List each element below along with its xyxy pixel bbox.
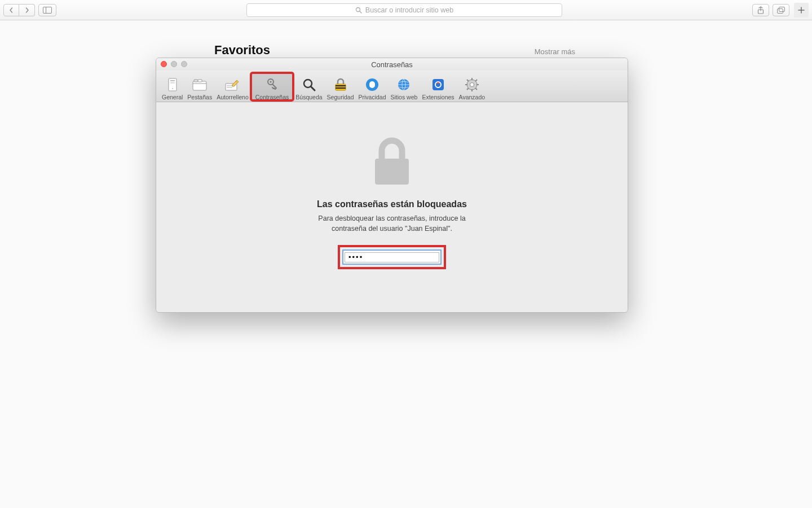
security-icon [332, 76, 349, 93]
tab-extensions[interactable]: Extensiones [420, 73, 456, 100]
extensions-icon [430, 76, 447, 93]
new-tab-button[interactable] [794, 3, 809, 17]
svg-point-28 [470, 83, 474, 87]
tab-label: Sitios web [391, 94, 418, 100]
tab-security[interactable]: Seguridad [325, 73, 356, 100]
unlock-password-input[interactable] [345, 252, 439, 262]
tab-autofill[interactable]: Autorrelleno [214, 73, 251, 100]
address-placeholder: Buscar o introducir sitio web [365, 6, 453, 14]
tab-label: Pestañas [187, 94, 212, 100]
svg-point-18 [270, 81, 271, 82]
forward-button[interactable] [19, 4, 35, 16]
tab-label: Privacidad [358, 94, 386, 100]
address-bar[interactable]: Buscar o introducir sitio web [246, 3, 562, 17]
search-icon [355, 7, 362, 14]
share-button[interactable] [752, 4, 769, 16]
lock-icon [370, 136, 413, 188]
tab-label: Seguridad [327, 94, 354, 100]
tab-privacy[interactable]: Privacidad [356, 73, 388, 100]
tab-label: Contraseñas [255, 94, 289, 100]
search-pref-icon [301, 76, 317, 93]
share-icon [757, 6, 764, 14]
locked-subtitle: Para desbloquear las contraseñas, introd… [307, 214, 476, 234]
tab-label: Búsqueda [295, 94, 322, 100]
tab-label: Autorrelleno [217, 94, 249, 100]
tab-label: General [162, 94, 183, 100]
svg-rect-12 [194, 80, 198, 82]
svg-rect-8 [170, 80, 175, 81]
tab-tabs[interactable]: Pestañas [185, 73, 214, 100]
svg-line-36 [467, 88, 469, 90]
svg-rect-16 [227, 87, 232, 88]
svg-line-20 [311, 87, 315, 91]
svg-line-33 [467, 80, 469, 81]
svg-rect-6 [779, 7, 785, 11]
preferences-window: Contraseñas General Pestañas Autorrellen [156, 58, 628, 313]
tabs-icon [777, 7, 785, 14]
sidebar-icon [43, 7, 52, 14]
svg-line-34 [475, 88, 477, 90]
globe-icon [395, 76, 412, 93]
svg-rect-25 [433, 79, 444, 90]
tab-search[interactable]: Búsqueda [293, 73, 324, 100]
svg-point-2 [356, 7, 360, 11]
svg-rect-21 [336, 84, 346, 90]
window-controls [161, 61, 187, 67]
tab-general[interactable]: General [160, 73, 185, 100]
svg-rect-37 [375, 159, 409, 185]
page-content: Favoritos Mostrar más Contraseñas Genera… [0, 20, 812, 508]
tabs-pref-icon [191, 76, 208, 93]
plus-icon [798, 7, 805, 14]
preferences-title: Contraseñas [371, 60, 413, 69]
password-field-highlight [338, 245, 446, 269]
svg-rect-23 [369, 81, 375, 88]
tab-websites[interactable]: Sitios web [389, 73, 420, 100]
preferences-body: Las contraseñas están bloqueadas Para de… [156, 102, 628, 313]
preferences-toolbar: General Pestañas Autorrelleno Contraseña… [156, 71, 628, 102]
locked-title: Las contraseñas están bloqueadas [317, 199, 467, 209]
svg-rect-15 [227, 85, 232, 86]
tab-label: Avanzado [459, 94, 486, 100]
chevron-left-icon [8, 7, 14, 13]
tab-label: Extensiones [422, 94, 454, 100]
autofill-icon [224, 76, 241, 93]
toolbar-right [752, 4, 789, 16]
preferences-titlebar[interactable]: Contraseñas [156, 58, 628, 71]
favorites-header: Favoritos Mostrar más [214, 43, 575, 58]
nav-segment [3, 4, 35, 16]
favorites-title: Favoritos [214, 43, 270, 58]
show-more-link[interactable]: Mostrar más [535, 47, 575, 56]
gear-icon [464, 76, 480, 93]
svg-rect-0 [43, 7, 52, 13]
svg-rect-13 [198, 80, 202, 82]
general-icon [164, 76, 181, 93]
tab-advanced[interactable]: Avanzado [457, 73, 488, 100]
svg-line-35 [475, 80, 477, 81]
back-button[interactable] [3, 4, 19, 16]
svg-line-3 [360, 11, 361, 13]
svg-rect-10 [172, 88, 173, 89]
key-icon [264, 76, 281, 93]
sidebar-toggle-button[interactable] [38, 4, 56, 16]
privacy-icon [364, 76, 381, 93]
tabs-button[interactable] [773, 4, 789, 16]
chevron-right-icon [24, 7, 30, 13]
svg-rect-5 [778, 8, 783, 13]
browser-toolbar: Buscar o introducir sitio web [0, 0, 812, 20]
svg-rect-11 [193, 81, 206, 90]
svg-rect-9 [170, 82, 175, 84]
window-maximize-button[interactable] [181, 61, 187, 67]
window-minimize-button[interactable] [171, 61, 177, 67]
tab-passwords[interactable]: Contraseñas [251, 73, 294, 100]
password-field-focus-ring [342, 249, 442, 265]
window-close-button[interactable] [161, 61, 167, 67]
